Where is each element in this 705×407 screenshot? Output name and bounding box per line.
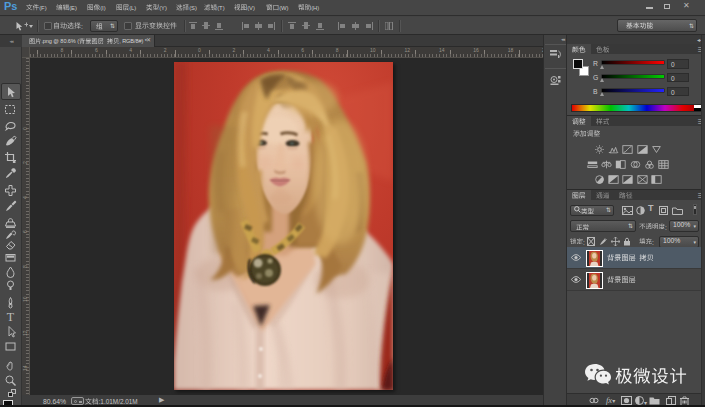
svg-text:T: T: [7, 310, 15, 323]
